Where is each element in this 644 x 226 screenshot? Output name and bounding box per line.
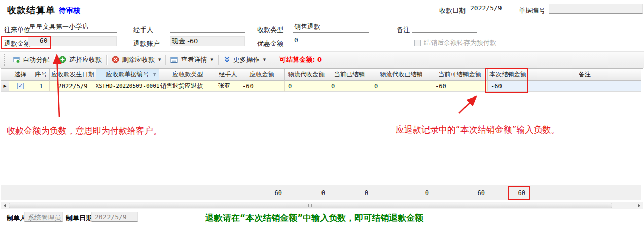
dropdown-arrow-icon: ▼ (263, 58, 266, 62)
select-receivable-button[interactable]: 选择应收款 (54, 53, 106, 67)
cell-handler: 张亚 (217, 81, 239, 92)
refund-amount-field[interactable]: -60 (28, 36, 117, 46)
checkbox-checked-icon: ✓ (17, 83, 24, 89)
status-badge: 待审核 (59, 6, 80, 15)
handler-label: 经手人 (133, 25, 153, 35)
creator-label: 制单人 (7, 214, 26, 223)
scroll-left-arrow-icon[interactable] (1, 202, 8, 209)
col-header-logistics-amount[interactable]: 物流代收金额 (285, 69, 328, 81)
more-actions-label: 更多操作 (233, 55, 260, 64)
summary-current-settle: -60 (488, 185, 528, 201)
create-date-field: 2022/5/9 (91, 212, 138, 222)
cell-doc-no: XSTHD-20220509-0001 (96, 81, 159, 92)
page-title: 收款结算单 (7, 4, 55, 16)
cell-settled: 0 (328, 81, 371, 92)
summary-available: -60 (432, 185, 488, 201)
row-selector-header (1, 69, 9, 81)
col-header-doc-no-label: 应收款单据编号 (106, 70, 149, 79)
toolbar-grip-icon (4, 54, 5, 66)
summary-settled: 0 (328, 185, 371, 201)
discount-field[interactable]: 0 (293, 36, 369, 46)
checkbox-unchecked-icon (414, 40, 421, 46)
receipt-type-label: 收款类型 (257, 25, 283, 35)
doc-no-label: 单据编号 (519, 6, 545, 15)
doc-no-field[interactable] (549, 4, 643, 14)
col-header-doc-no[interactable]: 应收款单据编号 (96, 69, 159, 81)
delete-circle-icon (112, 56, 119, 63)
filter-icon[interactable] (152, 72, 157, 77)
col-header-remark[interactable]: 备注 (528, 69, 641, 81)
refund-account-field[interactable]: 现金 -60 (170, 36, 245, 46)
settleable-amount-text: 可结算金额: 0 (279, 55, 322, 64)
row-selector-icon: ▶ (3, 84, 6, 88)
cell-amount: -60 (239, 81, 285, 92)
summary-spacer (1, 185, 239, 201)
remark-field[interactable] (412, 22, 477, 33)
col-header-settled[interactable]: 当前已结销 (328, 69, 371, 81)
refund-amount-label: 退款金额 (4, 39, 30, 48)
form-section: 往来单位 星星文具第一小学店 经手人 收款类型 销售退款 备注 退款金额 -60… (0, 19, 644, 51)
row-select-cell[interactable]: ✓ (9, 81, 32, 92)
delete-receivable-label: 删除应收款 (122, 55, 155, 64)
details-panel-icon (170, 56, 178, 63)
partner-field[interactable]: 星星文具第一小学店 (28, 22, 117, 33)
view-details-button[interactable]: 查看详情 ▼ (166, 53, 218, 67)
table-header-row: 选择 序号 应收款发生日期 应收款单据编号 应收款类型 经手人 应收金额 物流代… (1, 69, 641, 81)
receipt-settlement-window: 收款结算单 待审核 收款日期 2022/5/9 单据编号 往来单位 星星文具第一… (0, 0, 644, 226)
col-header-current-settle[interactable]: 本次结销金额 (488, 69, 528, 81)
handler-field[interactable] (170, 22, 245, 33)
col-header-logistics-settled[interactable]: 物流代收已结销 (371, 69, 432, 81)
col-header-type[interactable]: 应收款类型 (159, 69, 217, 81)
auto-assign-button[interactable]: 自动分配 (8, 53, 54, 67)
create-date-label: 制单日期 (66, 214, 92, 223)
row-selector-cell[interactable]: ▶ (1, 81, 9, 92)
remark-label: 备注 (397, 25, 410, 35)
scrollbar-grip-icon (308, 204, 313, 207)
discount-label: 优惠金额 (257, 39, 283, 48)
transfer-prepayment-checkbox[interactable]: 结销后余额转存为预付款 (414, 38, 496, 47)
col-header-available[interactable]: 当前可结销金额 (432, 69, 488, 81)
auto-assign-label: 自动分配 (23, 55, 49, 64)
cell-seq: 1 (32, 81, 50, 92)
receipt-date-label: 收款日期 (439, 6, 466, 15)
cell-available: -60 (432, 81, 488, 92)
annotation-left-text: 收款金额为负数，意思即为付款给客户。 (7, 125, 162, 137)
summary-remark (528, 185, 641, 201)
receipt-type-field[interactable]: 销售退款 (293, 22, 369, 33)
grid-toolbar: 自动分配 选择应收款 删除应收款 ▼ (0, 51, 644, 68)
scrollbar-thumb[interactable] (9, 203, 612, 208)
select-receivable-label: 选择应收款 (69, 55, 102, 64)
horizontal-scrollbar[interactable] (1, 202, 643, 209)
more-actions-button[interactable]: 更多操作 ▼ (219, 53, 270, 67)
add-circle-icon (59, 56, 66, 63)
cell-type: 销售退货应退款 (159, 81, 217, 92)
partner-label: 往来单位 (4, 25, 30, 35)
creator-field: 系统管理员 (24, 212, 63, 222)
double-chevron-down-icon (223, 56, 231, 63)
transfer-prepayment-label: 结销后余额转存为预付款 (424, 38, 496, 47)
scroll-right-arrow-icon[interactable] (636, 202, 643, 209)
view-details-label: 查看详情 (181, 55, 207, 64)
cell-remark[interactable] (528, 81, 641, 92)
cell-logistics-amount: 0 (285, 81, 328, 92)
col-header-seq[interactable]: 序号 (32, 69, 50, 81)
col-header-date[interactable]: 应收款发生日期 (50, 69, 96, 81)
title-bar: 收款结算单 待审核 收款日期 2022/5/9 单据编号 (0, 0, 644, 19)
cell-logistics-settled: 0 (371, 81, 432, 92)
table-row: ▶ ✓ 1 2022/5/9 XSTHD-20220509-0001 销售退货应… (1, 81, 641, 92)
refund-hint-text: 退款请在“本次结销金额”中输入负数，即可结销退款金额 (205, 212, 423, 224)
dropdown-arrow-icon: ▼ (210, 58, 213, 62)
summary-amount: -60 (239, 185, 285, 201)
summary-logistics-settled: 0 (371, 185, 432, 201)
receivables-grid: 选择 序号 应收款发生日期 应收款单据编号 应收款类型 经手人 应收金额 物流代… (1, 68, 643, 209)
receipt-date-field[interactable]: 2022/5/9 (469, 4, 520, 14)
annotation-right-text: 应退款记录中的“本次结销金额”输入负数。 (396, 124, 560, 136)
delete-receivable-button[interactable]: 删除应收款 ▼ (107, 53, 165, 67)
dropdown-arrow-icon: ▼ (158, 58, 161, 62)
cell-current-settle[interactable]: -60 (488, 81, 528, 92)
summary-row: -60 0 0 0 -60 -60 (1, 185, 641, 200)
col-header-handler[interactable]: 经手人 (217, 69, 239, 81)
col-header-amount[interactable]: 应收金额 (239, 69, 285, 81)
summary-logistics-amount: 0 (285, 185, 328, 201)
col-header-select[interactable]: 选择 (9, 69, 32, 81)
